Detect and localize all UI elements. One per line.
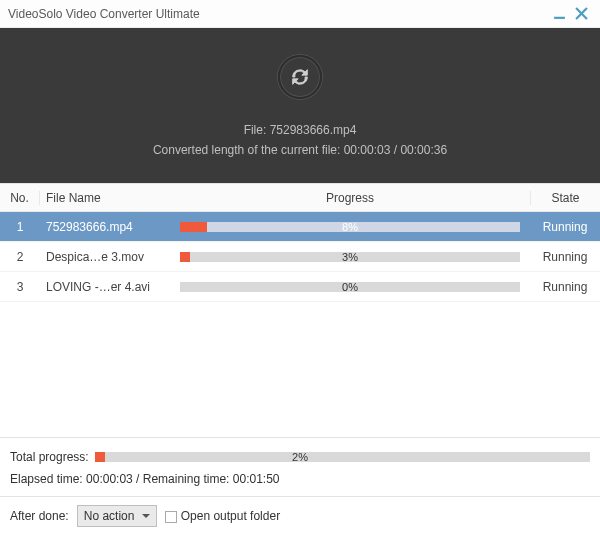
total-progress-bar: [95, 452, 590, 462]
close-button[interactable]: [570, 3, 592, 25]
col-filename: File Name: [40, 191, 170, 205]
converting-icon: [278, 55, 322, 99]
row-progress: 3%: [170, 252, 530, 262]
conversion-status-panel: File: 752983666.mp4 Converted length of …: [0, 28, 600, 183]
row-state: Running: [530, 280, 600, 294]
row-filename: LOVING -…er 4.avi: [40, 280, 170, 294]
footer: After done: No action Open output folder: [0, 497, 600, 535]
open-output-folder-label: Open output folder: [181, 509, 280, 523]
row-no: 3: [0, 280, 40, 294]
time-line: Elapsed time: 00:00:03 / Remaining time:…: [10, 472, 280, 486]
col-progress: Progress: [326, 191, 374, 205]
row-filename: Despica…e 3.mov: [40, 250, 170, 264]
after-done-value: No action: [84, 509, 135, 523]
conversion-table: No. File Name Progress State 1 752983666…: [0, 183, 600, 302]
table-row[interactable]: 3 LOVING -…er 4.avi 0% Running: [0, 272, 600, 302]
row-progress: 0%: [170, 282, 530, 292]
table-header: No. File Name Progress State: [0, 184, 600, 212]
row-progress-label: 3%: [342, 251, 358, 263]
total-progress-row: Total progress: 2%: [10, 446, 590, 468]
converted-length-line: Converted length of the current file: 00…: [153, 143, 447, 157]
table-row[interactable]: 2 Despica…e 3.mov 3% Running: [0, 242, 600, 272]
after-done-select[interactable]: No action: [77, 505, 157, 527]
titlebar: VideoSolo Video Converter Ultimate: [0, 0, 600, 28]
empty-area: [0, 302, 600, 437]
checkbox-icon: [165, 511, 177, 523]
row-no: 2: [0, 250, 40, 264]
totals-panel: Total progress: 2% Elapsed time: 00:00:0…: [0, 437, 600, 494]
row-state: Running: [530, 220, 600, 234]
minimize-button[interactable]: [548, 3, 570, 25]
open-output-folder-checkbox[interactable]: Open output folder: [165, 509, 280, 523]
table-row[interactable]: 1 752983666.mp4 8% Running: [0, 212, 600, 242]
row-progress: 8%: [170, 222, 530, 232]
total-progress-label: Total progress:: [10, 450, 89, 464]
row-progress-label: 8%: [342, 221, 358, 233]
col-no: No.: [0, 191, 40, 205]
row-state: Running: [530, 250, 600, 264]
total-progress-pct: 2%: [292, 451, 308, 463]
row-filename: 752983666.mp4: [40, 220, 170, 234]
current-file-line: File: 752983666.mp4: [244, 123, 357, 137]
window-title: VideoSolo Video Converter Ultimate: [8, 7, 548, 21]
row-no: 1: [0, 220, 40, 234]
row-progress-label: 0%: [342, 281, 358, 293]
col-state: State: [530, 191, 600, 205]
after-done-label: After done:: [10, 509, 69, 523]
